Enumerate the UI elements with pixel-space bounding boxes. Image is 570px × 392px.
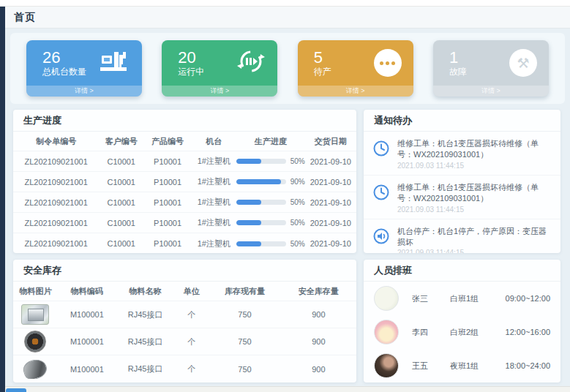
production-table-header: 制令单编号 客户编号 产品编号 机台 生产进度 交货日期 [13,132,356,151]
window-bottom-band [5,386,570,392]
running-detail-link[interactable]: 详情 > [162,86,277,97]
window-top-band [0,0,570,7]
tab-home[interactable]: 首页 [14,11,36,24]
pending-detail-link[interactable]: 详情 > [298,86,413,97]
pending-label: 待产 [314,67,331,78]
machine-icon [98,49,130,77]
total-machines-value: 26 [42,48,86,67]
production-progress-panel: 生产进度 制令单编号 客户编号 产品编号 机台 生产进度 交货日期 ZL2021… [13,110,356,253]
progress-bar [236,220,286,225]
speaker-icon [372,226,391,253]
production-row: ZL202109021001 C10001 P10001 1#注塑机 50% 2… [13,213,356,233]
production-row: ZL202109021001 C10001 P10001 1#注塑机 50% 2… [13,192,356,213]
pending-value: 5 [314,48,331,67]
production-row: ZL202109021001 C10001 P10001 1#注塑机 50% 2… [13,151,356,172]
progress-bar [236,200,286,205]
bottom-edge-accent [6,388,26,392]
inventory-row: M100001 RJ45接口 个 750 900 [13,355,356,382]
fault-value: 1 [449,48,467,67]
progress-bar [236,241,286,246]
staff-schedule-panel-title: 人员排班 [364,260,560,282]
production-table: 制令单编号 客户编号 产品编号 机台 生产进度 交货日期 ZL202109021… [13,132,356,253]
dashboard-page: 首页 26 总机台数量 [0,0,570,392]
notification-item[interactable]: 机台停产：机台1停产，停产原因：变压器损坏 2021.09.03 11:44:1… [364,219,560,253]
running-value: 20 [178,48,204,67]
inventory-row: M100001 RJ45接口 个 750 900 [13,328,356,355]
production-row: ZL202109021001 C10001 P10001 1#注塑机 90% 2… [13,172,356,192]
stat-cards-panel: 26 总机台数量 详情 > [10,33,565,104]
avatar [374,286,399,311]
tools-icon: ⚒ [509,49,537,77]
total-machines-label: 总机台数量 [42,67,86,78]
stat-card-fault[interactable]: 1 故障 ⚒ 详情 > [433,40,549,97]
schedule-row: 王五 夜班1组 18:00~24:00 [364,349,560,382]
total-machines-detail-link[interactable]: 详情 > [26,86,142,97]
stat-card-pending[interactable]: 5 待产 详情 > [298,40,413,97]
progress-bar [236,179,286,184]
fault-label: 故障 [449,67,467,78]
clock-icon [372,138,391,170]
avatar [374,320,399,344]
speaker-front-image [24,331,46,353]
safety-stock-table-header: 物料图片 物料编码 物料名称 单位 库存现有量 安全库存量 [13,282,356,301]
production-row: ZL202109021001 C10001 P10001 1#注塑机 50% 2… [13,233,356,253]
notification-item[interactable]: 维修工单：机台1变压器损坏待维修（单号：WX202109031001） 2021… [364,176,560,219]
safety-stock-panel-title: 安全库存 [13,260,356,282]
notification-item[interactable]: 维修工单：机台1变压器损坏待维修（单号：WX202109031001） 2021… [364,132,560,176]
notifications-panel: 通知待办 维修工单：机台1变压器损坏待维修（单号：WX202109031001）… [364,110,560,253]
staff-schedule-panel: 人员排班 张三 白班1组 09:00~12:00 李四 白班2组 12:00~1… [364,260,560,382]
collapsed-sidebar[interactable] [0,7,5,392]
stat-card-running[interactable]: 20 运行中 详情 > [162,40,277,97]
stat-card-total-machines[interactable]: 26 总机台数量 详情 > [26,40,142,97]
rj45-connector-image [21,304,49,325]
schedule-row: 李四 白班2组 12:00~16:00 [364,315,560,349]
safety-stock-table: 物料图片 物料编码 物料名称 单位 库存现有量 安全库存量 M100001 RJ… [13,282,356,382]
avatar [374,353,399,378]
safety-stock-panel: 安全库存 物料图片 物料编码 物料名称 单位 库存现有量 安全库存量 M1000… [13,260,356,382]
progress-bar [236,159,286,164]
production-panel-title: 生产进度 [13,110,356,132]
notifications-panel-title: 通知待办 [364,110,560,132]
schedule-row: 张三 白班1组 09:00~12:00 [364,282,560,315]
speaker-side-image [21,360,49,379]
clock-icon [372,182,391,214]
running-icon [236,47,266,79]
fault-detail-link[interactable]: 详情 > [433,86,549,97]
ellipsis-icon [374,49,402,77]
tab-bar: 首页 [5,7,570,29]
running-label: 运行中 [178,67,204,78]
inventory-row: M100001 RJ45接口 个 750 900 [13,301,356,328]
